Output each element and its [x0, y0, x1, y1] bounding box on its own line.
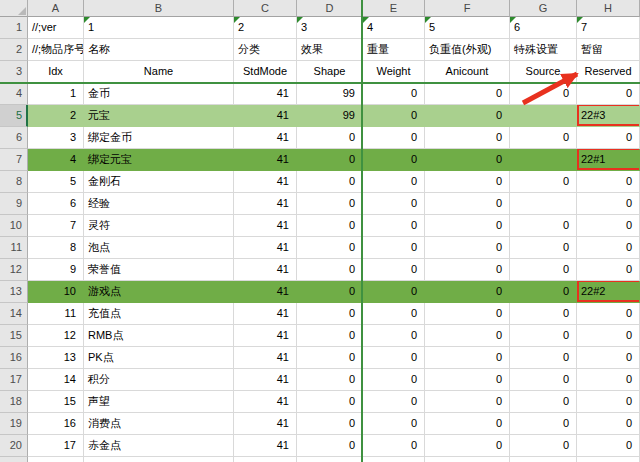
cell-B2[interactable]: 名称 [84, 39, 234, 61]
cell-A20[interactable]: 17 [28, 435, 84, 457]
row-header-2[interactable]: 2 [0, 39, 28, 61]
cell-H6[interactable]: 0 [577, 127, 640, 149]
cell-A4[interactable]: 1 [28, 83, 84, 105]
cell-E19[interactable]: 0 [363, 413, 425, 435]
cell-G11[interactable]: 0 [510, 237, 577, 259]
cell-E14[interactable]: 0 [363, 303, 425, 325]
cell-F17[interactable]: 0 [425, 369, 510, 391]
cell-F16[interactable]: 0 [425, 347, 510, 369]
cell-G2[interactable]: 特殊设置 [510, 39, 577, 61]
cell-H15[interactable]: 0 [577, 325, 640, 347]
cell-D10[interactable]: 0 [297, 215, 363, 237]
cell-E7[interactable]: 0 [363, 149, 425, 171]
cell-A18[interactable]: 15 [28, 391, 84, 413]
cell-B19[interactable]: 消费点 [84, 413, 234, 435]
cell-H16[interactable]: 0 [577, 347, 640, 369]
cell-C17[interactable]: 41 [234, 369, 297, 391]
cell-H13[interactable]: 22#2 [577, 281, 640, 303]
cell-H4[interactable]: 0 [577, 83, 640, 105]
cell-A15[interactable]: 12 [28, 325, 84, 347]
cell-E21[interactable] [363, 457, 425, 462]
cell-D15[interactable]: 0 [297, 325, 363, 347]
cell-F13[interactable]: 0 [425, 281, 510, 303]
cell-D18[interactable]: 0 [297, 391, 363, 413]
cell-D13[interactable]: 0 [297, 281, 363, 303]
cell-A7[interactable]: 4 [28, 149, 84, 171]
cell-E13[interactable]: 0 [363, 281, 425, 303]
cell-G17[interactable]: 0 [510, 369, 577, 391]
cell-D17[interactable]: 0 [297, 369, 363, 391]
cell-A11[interactable]: 8 [28, 237, 84, 259]
cell-C21[interactable] [234, 457, 297, 462]
cell-E1[interactable]: 4 [363, 17, 425, 39]
cell-D9[interactable]: 0 [297, 193, 363, 215]
cell-F18[interactable]: 0 [425, 391, 510, 413]
cell-D14[interactable]: 0 [297, 303, 363, 325]
cell-B4[interactable]: 金币 [84, 83, 234, 105]
cell-H14[interactable]: 0 [577, 303, 640, 325]
column-header-G[interactable]: G [510, 0, 577, 17]
cell-H5[interactable]: 22#3 [577, 105, 640, 127]
cell-H8[interactable]: 0 [577, 171, 640, 193]
cell-H9[interactable]: 0 [577, 193, 640, 215]
cell-F12[interactable]: 0 [425, 259, 510, 281]
cell-H11[interactable]: 0 [577, 237, 640, 259]
cell-G13[interactable]: 0 [510, 281, 577, 303]
cell-D12[interactable]: 0 [297, 259, 363, 281]
row-header-8[interactable]: 8 [0, 171, 28, 193]
cell-G19[interactable]: 0 [510, 413, 577, 435]
row-header-12[interactable]: 12 [0, 259, 28, 281]
cell-F14[interactable]: 0 [425, 303, 510, 325]
cell-F15[interactable]: 0 [425, 325, 510, 347]
cell-B15[interactable]: RMB点 [84, 325, 234, 347]
cell-D19[interactable]: 0 [297, 413, 363, 435]
row-header-6[interactable]: 6 [0, 127, 28, 149]
cell-E10[interactable]: 0 [363, 215, 425, 237]
cell-H2[interactable]: 暂留 [577, 39, 640, 61]
column-header-A[interactable]: A [28, 0, 84, 17]
cell-A5[interactable]: 2 [28, 105, 84, 127]
row-header-15[interactable]: 15 [0, 325, 28, 347]
cell-E3[interactable]: Weight [363, 61, 425, 83]
cell-F11[interactable]: 0 [425, 237, 510, 259]
row-header-18[interactable]: 18 [0, 391, 28, 413]
cell-H12[interactable]: 0 [577, 259, 640, 281]
cell-A17[interactable]: 14 [28, 369, 84, 391]
cell-B17[interactable]: 积分 [84, 369, 234, 391]
cell-C12[interactable]: 41 [234, 259, 297, 281]
cell-A14[interactable]: 11 [28, 303, 84, 325]
cell-E4[interactable]: 0 [363, 83, 425, 105]
row-header-11[interactable]: 11 [0, 237, 28, 259]
cell-E6[interactable]: 0 [363, 127, 425, 149]
row-header-10[interactable]: 10 [0, 215, 28, 237]
cell-C5[interactable]: 41 [234, 105, 297, 127]
cell-G6[interactable]: 0 [510, 127, 577, 149]
row-header-3[interactable]: 3 [0, 61, 28, 83]
row-header-17[interactable]: 17 [0, 369, 28, 391]
cell-B3[interactable]: Name [84, 61, 234, 83]
column-header-E[interactable]: E [363, 0, 425, 17]
cell-B10[interactable]: 灵符 [84, 215, 234, 237]
cell-B7[interactable]: 绑定元宝 [84, 149, 234, 171]
cell-D21[interactable] [297, 457, 363, 462]
cell-G12[interactable]: 0 [510, 259, 577, 281]
cell-A6[interactable]: 3 [28, 127, 84, 149]
cell-E18[interactable]: 0 [363, 391, 425, 413]
cell-F21[interactable] [425, 457, 510, 462]
cell-C19[interactable]: 41 [234, 413, 297, 435]
cell-F6[interactable]: 0 [425, 127, 510, 149]
cell-G21[interactable] [510, 457, 577, 462]
cell-B21[interactable] [84, 457, 234, 462]
cell-C9[interactable]: 41 [234, 193, 297, 215]
row-header-7[interactable]: 7 [0, 149, 28, 171]
cell-C10[interactable]: 41 [234, 215, 297, 237]
cell-C8[interactable]: 41 [234, 171, 297, 193]
cell-A19[interactable]: 16 [28, 413, 84, 435]
cell-F4[interactable]: 0 [425, 83, 510, 105]
column-header-B[interactable]: B [84, 0, 234, 17]
cell-E11[interactable]: 0 [363, 237, 425, 259]
cell-E17[interactable]: 0 [363, 369, 425, 391]
cell-F9[interactable]: 0 [425, 193, 510, 215]
cell-G7[interactable] [510, 149, 577, 171]
cell-F2[interactable]: 负重值(外观) [425, 39, 510, 61]
